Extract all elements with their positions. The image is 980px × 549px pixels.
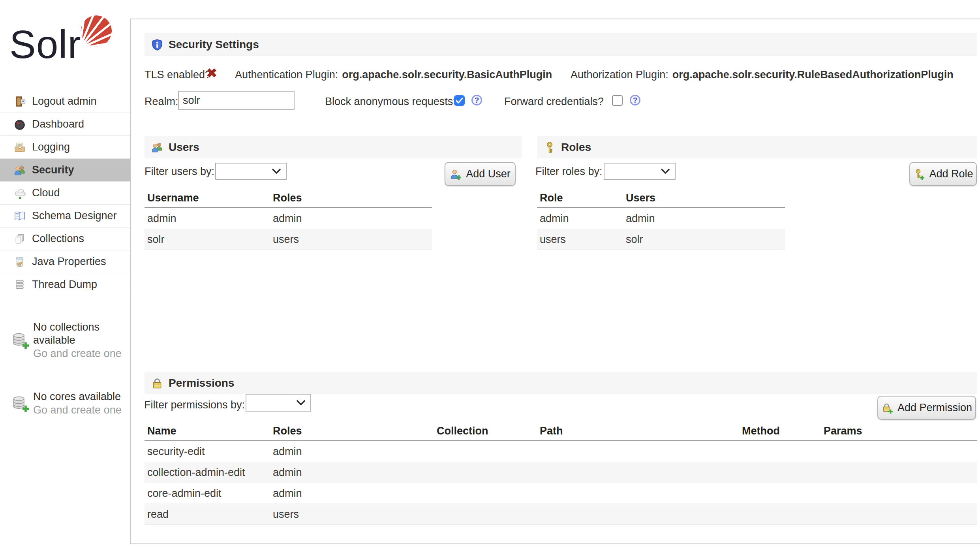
sidebar-item-collections[interactable]: Collections: [0, 227, 130, 250]
solr-logo-text: Solr: [9, 24, 81, 64]
sidebar-item-dashboard[interactable]: Dashboard: [0, 113, 130, 136]
page-title: Security Settings: [169, 38, 259, 51]
log-inbox-icon: [13, 141, 26, 154]
shield-info-icon: [151, 38, 163, 51]
roles-table: Role Users admin admin users solr: [537, 189, 785, 250]
sidebar-item-label: Cloud: [32, 187, 60, 199]
perm-params: [821, 462, 977, 483]
chevron-down-icon: [272, 168, 281, 174]
perm-collection: [434, 441, 537, 462]
perm-col-path: Path: [537, 422, 739, 440]
tls-enabled-label: TLS enabled?: [145, 69, 211, 81]
perm-params: [821, 441, 977, 462]
sidebar-item-java-properties[interactable]: Java Properties: [0, 250, 130, 273]
filter-roles-select[interactable]: [604, 163, 676, 180]
users-group-icon: [13, 164, 26, 177]
add-permission-button-label: Add Permission: [897, 402, 972, 414]
perm-path: [537, 462, 739, 483]
realm-input[interactable]: [178, 91, 295, 110]
open-book-icon: [13, 210, 26, 222]
perm-method: [739, 483, 821, 504]
perm-col-name: Name: [145, 422, 270, 440]
sidebar-item-label: Logout admin: [32, 95, 97, 107]
add-role-button[interactable]: Add Role: [909, 162, 977, 186]
sidebar-menu: Logout admin Dashboard Logging: [0, 90, 130, 296]
block-anonymous-checkbox[interactable]: [454, 95, 465, 106]
permissions-table-row[interactable]: security-edit admin: [145, 441, 977, 462]
no-cores-create-link[interactable]: Go and create one: [33, 404, 136, 416]
perm-roles: admin: [270, 441, 434, 462]
role-name: admin: [537, 208, 623, 229]
perm-roles: users: [270, 504, 434, 525]
perm-col-params: Params: [821, 422, 977, 440]
users-section-title: Users: [169, 141, 199, 154]
no-collections-text: No collections available: [33, 321, 118, 347]
gauge-icon: [13, 118, 26, 131]
roles-col-users: Users: [623, 189, 785, 207]
red-x-icon: [205, 66, 218, 79]
user-username: solr: [145, 229, 270, 250]
permissions-table-row[interactable]: core-admin-edit admin: [145, 483, 977, 504]
roles-table-row[interactable]: admin admin: [537, 208, 785, 229]
perm-name: security-edit: [145, 441, 270, 462]
user-add-icon: [450, 168, 462, 180]
forward-credentials-checkbox[interactable]: [612, 95, 623, 106]
filter-users-select[interactable]: [215, 163, 287, 180]
database-add-icon: [11, 331, 29, 349]
permissions-table: Name Roles Collection Path Method Params…: [145, 422, 977, 525]
sidebar-item-logging[interactable]: Logging: [0, 136, 130, 159]
sidebar-item-thread-dump[interactable]: Thread Dump: [0, 273, 130, 296]
block-anonymous-help-icon[interactable]: ?: [471, 95, 482, 105]
perm-params: [821, 504, 977, 525]
perm-method: [739, 504, 821, 525]
user-username: admin: [145, 208, 270, 229]
sidebar-item-label: Logging: [32, 141, 70, 153]
perm-method: [739, 441, 821, 462]
add-permission-button[interactable]: Add Permission: [877, 396, 976, 420]
door-icon: [13, 95, 26, 108]
users-table-row[interactable]: solr users: [145, 229, 432, 250]
perm-method: [739, 462, 821, 483]
checkmark-icon: [454, 95, 465, 106]
no-collections-create-link[interactable]: Go and create one: [33, 348, 122, 360]
realm-label: Realm:: [145, 96, 178, 108]
permissions-table-row[interactable]: collection-admin-edit admin: [145, 462, 977, 483]
permissions-table-row[interactable]: read users: [145, 504, 977, 525]
permissions-section-header: Permissions: [145, 372, 977, 394]
roles-section-title: Roles: [561, 141, 591, 154]
add-user-button[interactable]: Add User: [445, 162, 516, 186]
sidebar-item-label: Thread Dump: [32, 278, 97, 291]
sidebar-item-cloud[interactable]: Cloud: [0, 182, 130, 205]
sidebar-item-label: Schema Designer: [32, 210, 117, 222]
block-anonymous-label: Block anonymous requests?: [325, 96, 459, 108]
lock-icon: [151, 377, 163, 389]
filter-permissions-select[interactable]: [246, 394, 311, 412]
users-section-header: Users: [145, 136, 522, 158]
perm-roles: admin: [270, 462, 434, 483]
perm-col-collection: Collection: [434, 422, 537, 440]
users-group-icon: [151, 141, 163, 154]
perm-path: [537, 483, 739, 504]
authorization-plugin-label: Authorization Plugin:: [571, 69, 668, 81]
perm-roles: admin: [270, 483, 434, 504]
users-table-row[interactable]: admin admin: [145, 208, 432, 229]
perm-col-method: Method: [739, 422, 821, 440]
users-col-username: Username: [145, 189, 270, 207]
perm-name: read: [145, 504, 270, 525]
sidebar-item-schema-designer[interactable]: Schema Designer: [0, 205, 130, 227]
authentication-plugin-label: Authentication Plugin:: [235, 69, 338, 81]
user-roles: users: [270, 229, 432, 250]
sidebar-item-logout[interactable]: Logout admin: [0, 90, 130, 113]
authorization-plugin: Authorization Plugin: org.apache.solr.se…: [571, 69, 954, 81]
sidebar-item-security[interactable]: Security: [0, 159, 130, 182]
solr-sunburst-icon: [75, 15, 113, 53]
forward-credentials-help-icon[interactable]: ?: [630, 95, 640, 105]
perm-params: [821, 483, 977, 504]
roles-table-row[interactable]: users solr: [537, 229, 785, 250]
filter-roles-label: Filter roles by:: [535, 165, 603, 178]
perm-collection: [434, 483, 537, 504]
roles-section-header: Roles: [537, 136, 977, 158]
role-name: users: [537, 229, 623, 250]
authorization-plugin-value: org.apache.solr.security.RuleBasedAuthor…: [672, 69, 954, 81]
perm-path: [537, 441, 739, 462]
